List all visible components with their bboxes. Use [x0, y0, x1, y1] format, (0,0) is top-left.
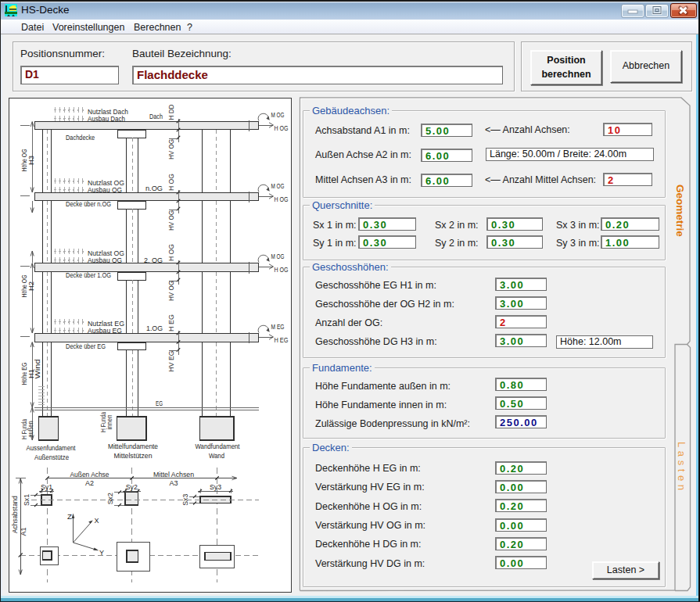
svg-text:Sx2: Sx2 [106, 493, 114, 504]
svg-text:H3: H3 [27, 156, 35, 165]
svg-text:Mittel Achsen: Mittel Achsen [153, 470, 194, 478]
svg-text:2. OG: 2. OG [144, 256, 163, 264]
svg-text:Mittelfundamente: Mittelfundamente [108, 442, 158, 450]
svg-text:Ausbau EG: Ausbau EG [88, 326, 122, 335]
svg-text:H OG: H OG [275, 124, 289, 132]
svg-text:HV OG: HV OG [167, 139, 175, 159]
svg-text:H OG: H OG [167, 174, 175, 191]
svg-text:Achsabstand: Achsabstand [10, 496, 19, 533]
svg-text:A1: A1 [19, 528, 27, 536]
svg-text:M OG: M OG [271, 111, 285, 119]
svg-text:Mittelstützen: Mittelstützen [114, 451, 153, 460]
svg-text:M OG: M OG [271, 253, 285, 260]
svg-text:H OG: H OG [275, 195, 289, 203]
svg-text:H OG: H OG [167, 244, 175, 261]
svg-text:Ausbau OG: Ausbau OG [88, 185, 122, 194]
svg-text:H OG: H OG [275, 266, 289, 274]
svg-text:innen: innen [105, 415, 113, 430]
svg-text:H DD: H DD [167, 104, 175, 120]
svg-text:Wandfundament: Wandfundament [196, 442, 240, 450]
svg-text:H2: H2 [27, 281, 35, 291]
svg-text:HV OG: HV OG [167, 281, 175, 301]
svg-text:Z: Z [67, 512, 72, 521]
svg-text:Außenstütze: Außenstütze [34, 453, 69, 461]
svg-text:Decke über EG: Decke über EG [66, 342, 106, 350]
svg-text:EG: EG [156, 399, 163, 407]
svg-text:Wand: Wand [209, 451, 224, 460]
svg-text:A3: A3 [170, 478, 178, 487]
svg-text:X: X [95, 516, 100, 525]
svg-text:M OG: M OG [271, 182, 285, 190]
svg-text:Sy3: Sy3 [210, 483, 221, 491]
svg-text:Decke über n.OG: Decke über n.OG [66, 199, 111, 208]
svg-text:Wind: Wind [33, 360, 41, 379]
svg-text:H EG: H EG [167, 314, 175, 331]
svg-text:H EG: H EG [275, 336, 289, 344]
svg-text:Dach: Dach [149, 112, 163, 120]
svg-text:A2: A2 [85, 478, 94, 487]
svg-text:außen: außen [26, 421, 34, 438]
svg-text:Ausbau Dach: Ausbau Dach [88, 114, 125, 123]
svg-text:Sy2: Sy2 [126, 483, 138, 491]
svg-text:1.OG: 1.OG [146, 324, 163, 332]
svg-text:Y: Y [99, 548, 105, 557]
svg-text:Außen Achse: Außen Achse [70, 470, 109, 478]
svg-text:n.OG: n.OG [145, 184, 163, 192]
svg-text:Sx1: Sx1 [23, 494, 31, 506]
svg-text:M EG: M EG [271, 323, 285, 331]
svg-text:Dachdecke: Dachdecke [66, 133, 95, 142]
svg-text:Decke über 1.OG: Decke über 1.OG [66, 271, 111, 279]
svg-text:Aussenfundament: Aussenfundament [27, 443, 76, 452]
svg-text:Ausbau OG: Ausbau OG [88, 256, 122, 264]
svg-text:HV OG: HV OG [167, 210, 175, 231]
svg-text:HV EG: HV EG [167, 351, 175, 372]
svg-text:Sy1: Sy1 [41, 483, 52, 491]
